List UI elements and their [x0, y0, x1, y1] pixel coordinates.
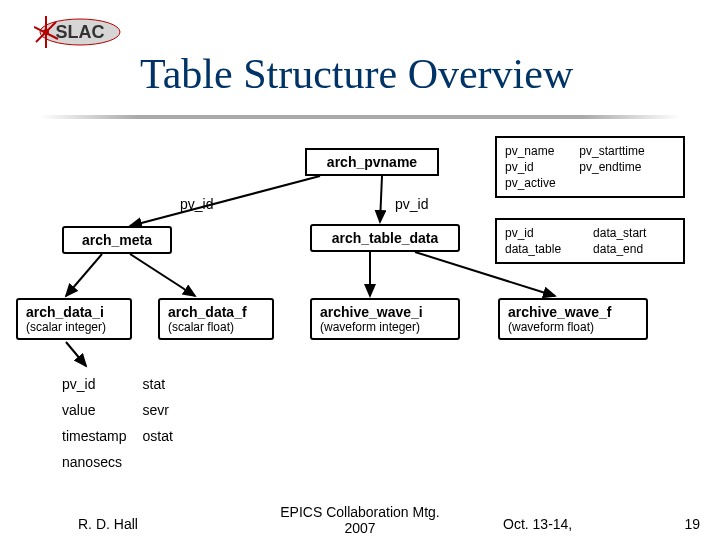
node-archive-wave-f: archive_wave_f (waveform float) — [498, 298, 648, 340]
node-arch-table-data: arch_table_data — [310, 224, 460, 252]
svg-line-9 — [130, 254, 195, 296]
node-arch-data-i: arch_data_i (scalar integer) — [16, 298, 132, 340]
logo-slac: SLAC — [34, 12, 122, 52]
node-arch-data-f: arch_data_f (scalar float) — [158, 298, 274, 340]
node-arch-pvname: arch_pvname — [305, 148, 439, 176]
title-divider — [40, 115, 680, 119]
node-archive-wave-i: archive_wave_i (waveform integer) — [310, 298, 460, 340]
svg-line-7 — [380, 176, 382, 222]
svg-line-8 — [66, 254, 102, 296]
table-meta-fields: pv_idstat valuesevr timestampostat nanos… — [60, 370, 189, 476]
footer-page-number: 19 — [684, 516, 700, 532]
edge-label-pvid-left: pv_id — [180, 196, 213, 212]
svg-line-6 — [130, 176, 320, 226]
svg-text:SLAC: SLAC — [56, 22, 105, 42]
footer-author: R. D. Hall — [78, 516, 138, 532]
edge-label-pvid-right: pv_id — [395, 196, 428, 212]
node-arch-meta: arch_meta — [62, 226, 172, 254]
svg-point-5 — [43, 29, 49, 35]
footer-date: Oct. 13-14, — [503, 516, 572, 532]
table-tabledata-fields: pv_iddata_start data_tabledata_end — [495, 218, 685, 264]
table-pvname-fields: pv_namepv_starttime pv_idpv_endtime pv_a… — [495, 136, 685, 198]
svg-line-12 — [66, 342, 86, 366]
slide-title: Table Structure Overview — [140, 50, 573, 98]
footer-meeting: EPICS Collaboration Mtg. 2007 — [280, 504, 440, 536]
